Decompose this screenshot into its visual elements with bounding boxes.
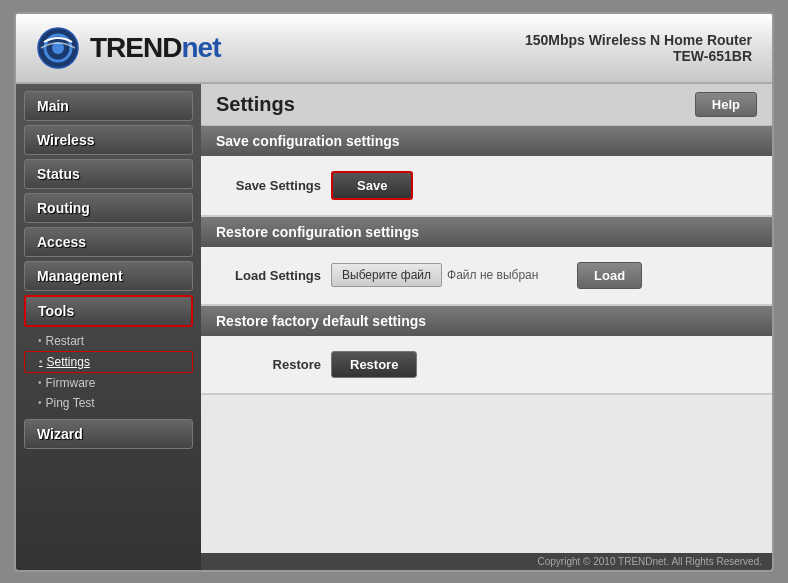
help-button[interactable]: Help	[695, 92, 757, 117]
sidebar-item-wizard[interactable]: Wizard	[24, 419, 193, 449]
restore-button[interactable]: Restore	[331, 351, 417, 378]
restore-config-body: Load Settings Выберите файл Файл не выбр…	[201, 247, 772, 306]
bullet-icon: •	[38, 397, 42, 408]
body-area: Main Wireless Status Routing Access Mana…	[16, 84, 772, 570]
sidebar-item-wireless[interactable]: Wireless	[24, 125, 193, 155]
save-config-row: Save Settings Save	[221, 171, 752, 200]
file-input-area: Выберите файл Файл не выбран	[331, 263, 567, 287]
file-choose-button[interactable]: Выберите файл	[331, 263, 442, 287]
model-number: TEW-651BR	[525, 48, 752, 64]
bullet-icon: •	[39, 356, 43, 367]
restore-config-row: Load Settings Выберите файл Файл не выбр…	[221, 262, 752, 289]
restore-factory-body: Restore Restore	[201, 336, 772, 395]
sidebar-item-access[interactable]: Access	[24, 227, 193, 257]
bullet-icon: •	[38, 377, 42, 388]
restore-factory-row: Restore Restore	[221, 351, 752, 378]
sidebar-item-main[interactable]: Main	[24, 91, 193, 121]
sidebar-item-tools[interactable]: Tools	[24, 295, 193, 327]
footer: Copyright © 2010 TRENDnet. All Rights Re…	[201, 553, 772, 570]
content-area: Save configuration settings Save Setting…	[201, 126, 772, 553]
logo-area: TRENDnet	[36, 26, 220, 70]
sub-item-settings-label: Settings	[47, 355, 90, 369]
sidebar: Main Wireless Status Routing Access Mana…	[16, 84, 201, 570]
product-name: 150Mbps Wireless N Home Router	[525, 32, 752, 48]
page-title-bar: Settings Help	[201, 84, 772, 126]
header-product-info: 150Mbps Wireless N Home Router TEW-651BR	[525, 32, 752, 64]
save-settings-label: Save Settings	[221, 178, 321, 193]
sub-item-restart[interactable]: • Restart	[16, 331, 201, 351]
sub-item-settings[interactable]: • Settings	[24, 351, 193, 373]
load-button[interactable]: Load	[577, 262, 642, 289]
file-name-display: Файл не выбран	[447, 268, 567, 282]
save-config-body: Save Settings Save	[201, 156, 772, 217]
logo-text: TRENDnet	[90, 32, 220, 64]
restore-label: Restore	[221, 357, 321, 372]
main-content: Settings Help Save configuration setting…	[201, 84, 772, 570]
save-config-header: Save configuration settings	[201, 126, 772, 156]
sub-item-pingtest-label: Ping Test	[46, 396, 95, 410]
tools-subitems: • Restart • Settings • Firmware • Ping T…	[16, 329, 201, 417]
sidebar-item-routing[interactable]: Routing	[24, 193, 193, 223]
sub-item-firmware-label: Firmware	[46, 376, 96, 390]
app-frame: TRENDnet 150Mbps Wireless N Home Router …	[14, 12, 774, 572]
save-button[interactable]: Save	[331, 171, 413, 200]
bullet-icon: •	[38, 335, 42, 346]
logo-icon	[36, 26, 80, 70]
restore-config-header: Restore configuration settings	[201, 217, 772, 247]
header: TRENDnet 150Mbps Wireless N Home Router …	[16, 14, 772, 84]
sidebar-item-status[interactable]: Status	[24, 159, 193, 189]
sub-item-restart-label: Restart	[46, 334, 85, 348]
sub-item-firmware[interactable]: • Firmware	[16, 373, 201, 393]
restore-factory-header: Restore factory default settings	[201, 306, 772, 336]
page-title: Settings	[216, 93, 295, 116]
load-settings-label: Load Settings	[221, 268, 321, 283]
sub-item-pingtest[interactable]: • Ping Test	[16, 393, 201, 413]
sidebar-item-management[interactable]: Management	[24, 261, 193, 291]
copyright-text: Copyright © 2010 TRENDnet. All Rights Re…	[537, 556, 762, 567]
